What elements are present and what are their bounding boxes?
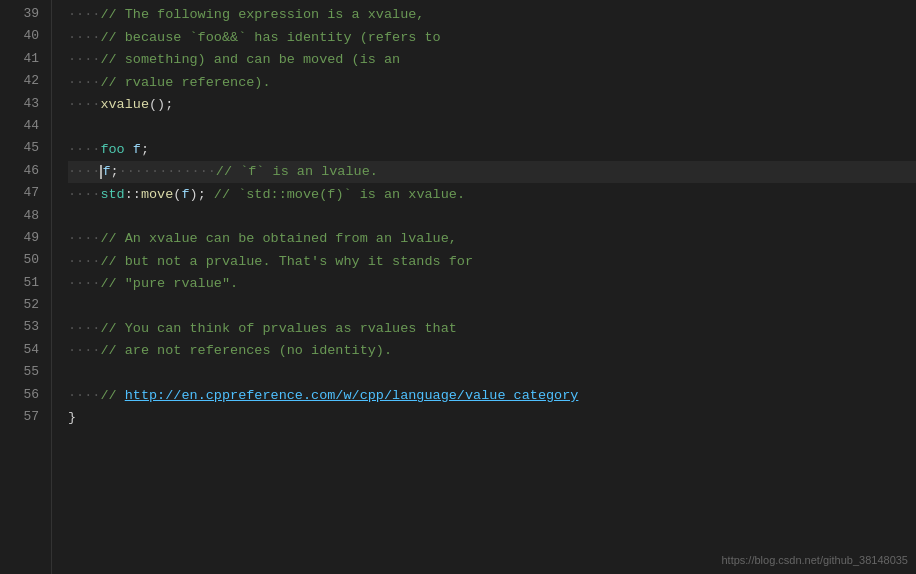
code-line-54: ····// are not references (no identity). — [68, 340, 916, 362]
code-container: 39 40 41 42 43 44 45 46 47 48 49 50 51 5… — [0, 0, 916, 574]
code-line-56: ····// http://en.cppreference.com/w/cpp/… — [68, 385, 916, 407]
code-line-53: ····// You can think of prvalues as rval… — [68, 317, 916, 339]
code-line-57: } — [68, 407, 916, 429]
line-num-45: 45 — [8, 138, 39, 160]
line-num-49: 49 — [8, 228, 39, 250]
line-num-39: 39 — [8, 4, 39, 26]
line-num-54: 54 — [8, 340, 39, 362]
line-num-53: 53 — [8, 317, 39, 339]
line-numbers: 39 40 41 42 43 44 45 46 47 48 49 50 51 5… — [0, 0, 52, 574]
code-line-49: ····// An xvalue can be obtained from an… — [68, 228, 916, 250]
line-num-48: 48 — [8, 206, 39, 228]
line-num-41: 41 — [8, 49, 39, 71]
line-num-52: 52 — [8, 295, 39, 317]
code-line-55 — [68, 362, 916, 384]
code-line-44 — [68, 116, 916, 138]
line-num-43: 43 — [8, 94, 39, 116]
watermark: https://blog.csdn.net/github_38148035 — [721, 552, 908, 570]
code-line-52 — [68, 295, 916, 317]
code-line-46: ····f;············// `f` is an lvalue. — [68, 161, 916, 183]
code-line-47: ····std::move(f); // `std::move(f)` is a… — [68, 183, 916, 205]
code-line-39: ····// The following expression is a xva… — [68, 4, 916, 26]
line-num-46: 46 — [8, 161, 39, 183]
code-line-51: ····// "pure rvalue". — [68, 273, 916, 295]
line-num-47: 47 — [8, 183, 39, 205]
line-num-44: 44 — [8, 116, 39, 138]
code-line-48 — [68, 206, 916, 228]
line-num-57: 57 — [8, 407, 39, 429]
line-num-56: 56 — [8, 385, 39, 407]
line-num-55: 55 — [8, 362, 39, 384]
line-num-42: 42 — [8, 71, 39, 93]
line-num-50: 50 — [8, 250, 39, 272]
line-num-40: 40 — [8, 26, 39, 48]
line-num-51: 51 — [8, 273, 39, 295]
code-line-50: ····// but not a prvalue. That's why it … — [68, 250, 916, 272]
code-line-40: ····// because `foo&&` has identity (ref… — [68, 26, 916, 48]
code-line-41: ····// something) and can be moved (is a… — [68, 49, 916, 71]
code-line-45: ····foo f; — [68, 138, 916, 160]
code-line-42: ····// rvalue reference). — [68, 71, 916, 93]
code-area[interactable]: ····// The following expression is a xva… — [52, 0, 916, 574]
code-line-43: ····xvalue(); — [68, 94, 916, 116]
